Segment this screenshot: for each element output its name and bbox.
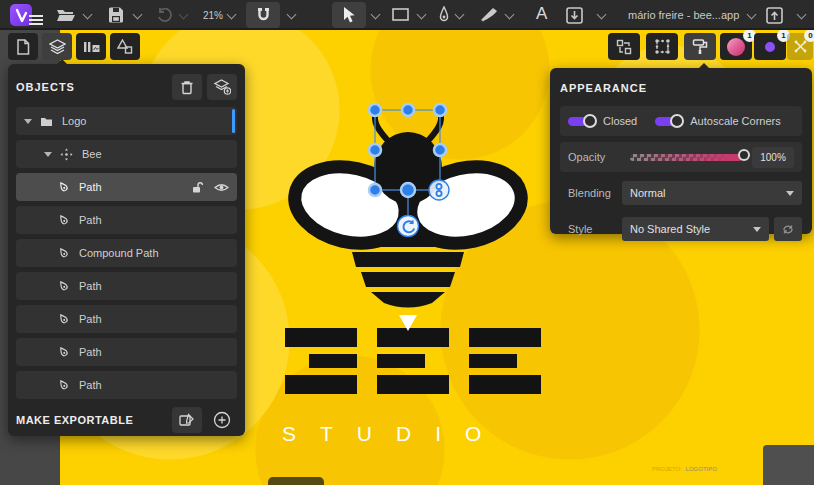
tree-row-path[interactable]: Path: [16, 206, 237, 234]
blending-dropdown[interactable]: Normal: [622, 181, 802, 205]
add-layer-button[interactable]: [207, 74, 237, 100]
tree-row-logo[interactable]: Logo: [16, 107, 237, 135]
path-points-button[interactable]: [646, 33, 678, 60]
opacity-label: Opacity: [568, 151, 630, 163]
document-chevron-icon[interactable]: [748, 11, 755, 18]
border-button[interactable]: 1: [754, 33, 786, 60]
select-tool-chevron-icon[interactable]: [372, 11, 379, 18]
tab-layers[interactable]: [42, 33, 72, 60]
path-icon: [58, 181, 70, 194]
open-file-chevron-icon[interactable]: [84, 11, 91, 18]
handle-bottom-left[interactable]: [369, 184, 381, 196]
delete-object-button[interactable]: [172, 74, 202, 100]
toggle-knob: [670, 114, 684, 128]
undo-icon[interactable]: [156, 7, 172, 23]
handle-mid-left[interactable]: [369, 144, 381, 156]
tree-row-label: Path: [79, 379, 102, 391]
visibility-eye-icon[interactable]: [214, 182, 229, 193]
import-icon[interactable]: [566, 7, 583, 24]
tree-row-label: Path: [79, 280, 102, 292]
tree-row-path[interactable]: Path: [16, 305, 237, 333]
fill-button[interactable]: 1: [720, 33, 752, 60]
paint-roller-icon: [692, 38, 708, 55]
tab-artboards[interactable]: [76, 33, 106, 60]
save-icon[interactable]: [108, 7, 124, 23]
shape-tool-icon[interactable]: [392, 8, 409, 21]
effects-count-badge: 0: [804, 29, 814, 42]
canvas-area[interactable]: STUDIO Lorem Ipsum PROJETO: LOGOTIPO: [0, 30, 814, 485]
tree-row-label: Compound Path: [79, 247, 159, 259]
zoom-level[interactable]: 21%: [203, 10, 223, 21]
tree-row-label: Bee: [82, 148, 102, 160]
artboards-icon: [83, 40, 100, 54]
open-file-icon[interactable]: [56, 8, 76, 23]
snap-magnet-button[interactable]: [246, 2, 280, 28]
handle-top-right[interactable]: [434, 104, 446, 116]
tree-row-label: Path: [79, 214, 102, 226]
objects-panel: OBJECTS Logo: [8, 64, 245, 436]
knife-tool-chevron-icon[interactable]: [506, 11, 513, 18]
handle-top-left[interactable]: [369, 104, 381, 116]
make-exportable-label: MAKE EXPORTABLE: [16, 414, 167, 426]
tree-row-label: Path: [79, 346, 102, 358]
collapse-caret-icon[interactable]: [24, 119, 32, 124]
opacity-slider[interactable]: [630, 154, 742, 161]
export-slice-button[interactable]: [172, 407, 202, 433]
tree-row-path[interactable]: Path: [16, 371, 237, 399]
tree-row-path-selected[interactable]: Path: [16, 173, 237, 201]
zoom-chevron-icon[interactable]: [228, 11, 235, 18]
select-tool-button[interactable]: [332, 2, 366, 28]
handle-center[interactable]: [401, 183, 415, 197]
shape-tool-chevron-icon[interactable]: [418, 11, 425, 18]
corner-link-handle[interactable]: [429, 180, 449, 200]
export-icon[interactable]: [766, 7, 783, 24]
opacity-slider-knob[interactable]: [738, 149, 750, 161]
pen-tool-icon[interactable]: [438, 6, 450, 24]
blending-value: Normal: [630, 187, 665, 199]
sync-style-button[interactable]: [774, 217, 802, 241]
tab-pages[interactable]: [8, 33, 38, 60]
opacity-value[interactable]: 100%: [752, 147, 794, 168]
undo-chevron-icon[interactable]: [180, 11, 187, 18]
add-export-button[interactable]: [207, 407, 237, 433]
snap-chevron-icon[interactable]: [288, 11, 295, 18]
bee-stripe: [352, 252, 464, 267]
slice-pen-icon: [179, 413, 195, 427]
tree-row-label: Path: [79, 181, 102, 193]
handle-mid-right[interactable]: [434, 144, 446, 156]
shared-style-dropdown[interactable]: No Shared Style: [622, 217, 769, 241]
path-icon: [58, 313, 70, 326]
path-icon: [58, 379, 70, 392]
rotate-handle[interactable]: [398, 216, 419, 237]
tab-assets[interactable]: [110, 33, 140, 60]
text-tool-icon[interactable]: A: [536, 4, 547, 24]
style-button[interactable]: [684, 33, 716, 60]
tree-row-bee-group[interactable]: Bee: [16, 140, 237, 168]
arrange-button[interactable]: [608, 33, 640, 60]
menu-icon[interactable]: [29, 13, 43, 27]
collapse-caret-icon[interactable]: [44, 152, 52, 157]
plus-circle-icon: [213, 411, 231, 429]
knife-tool-icon[interactable]: [478, 6, 500, 24]
chevron-down-icon: [786, 191, 794, 196]
save-chevron-icon[interactable]: [134, 11, 141, 18]
export-chevron-icon[interactable]: [798, 11, 805, 18]
trash-icon: [180, 80, 194, 95]
bee-stripe: [371, 292, 445, 308]
effects-icon: [793, 39, 808, 54]
document-title[interactable]: mário freire - bee...app: [628, 9, 739, 21]
autoscale-corners-toggle[interactable]: [655, 114, 684, 128]
closed-toggle[interactable]: [568, 114, 597, 128]
path-icon: [58, 280, 70, 293]
tree-row-compound-path[interactable]: Compound Path: [16, 239, 237, 267]
tree-row-path[interactable]: Path: [16, 272, 237, 300]
pen-tool-chevron-icon[interactable]: [456, 11, 463, 18]
autoscale-label: Autoscale Corners: [690, 115, 781, 127]
effects-button[interactable]: 0: [787, 33, 813, 60]
tree-row-label: Logo: [62, 115, 86, 127]
handle-top-center[interactable]: [402, 104, 414, 116]
folder-icon: [40, 116, 53, 127]
tree-row-path[interactable]: Path: [16, 338, 237, 366]
unlock-icon[interactable]: [191, 181, 204, 194]
import-chevron-icon[interactable]: [598, 11, 605, 18]
